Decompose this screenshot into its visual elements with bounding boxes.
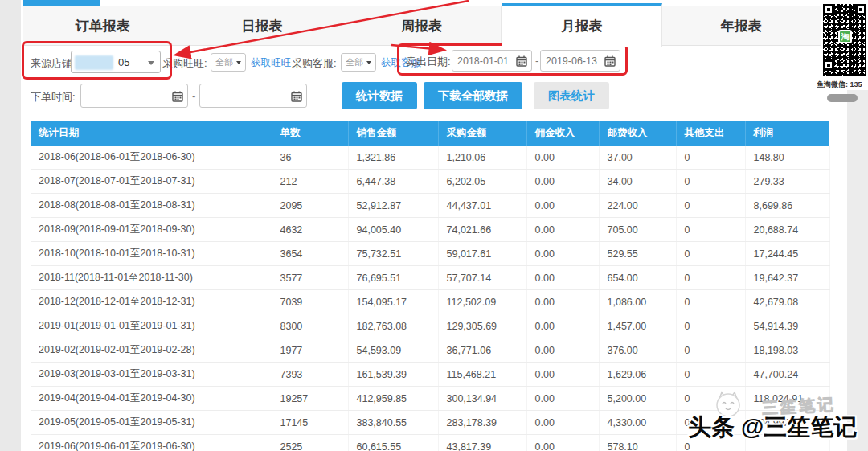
calendar-icon[interactable] <box>172 91 183 102</box>
table-cell: 0 <box>676 290 745 314</box>
qr-finder-icon <box>855 4 866 15</box>
table-row[interactable]: 2018-10(2018-10-01至2018-10-31)365475,732… <box>31 242 829 266</box>
table-cell: 115,468.21 <box>438 363 526 387</box>
order-time-from-field[interactable] <box>80 84 188 108</box>
purchase-service-label: 采购客服: <box>292 56 337 71</box>
monthly-report-table: 统计日期单数销售金额采购金额佣金收入邮费收入其他支出利润 2018-06(201… <box>31 121 830 451</box>
table-cell: 7039 <box>272 290 348 314</box>
table-cell: 2018-12(2018-12-01至2018-12-31) <box>31 290 272 314</box>
table-cell: 0.00 <box>526 435 599 451</box>
table-cell: 654.00 <box>599 266 676 290</box>
table-cell: 212 <box>272 170 348 194</box>
order-time-from-input[interactable] <box>86 84 170 107</box>
tab-order-report[interactable]: 订单报表 <box>23 6 182 45</box>
source-shop-value: 05 <box>118 56 129 68</box>
table-cell: 17145 <box>272 411 348 435</box>
table-cell: 2018-10(2018-10-01至2018-10-31) <box>31 242 272 266</box>
table-cell: 0 <box>676 338 745 363</box>
tab-monthly-report[interactable]: 月报表 <box>502 3 661 47</box>
calendar-icon[interactable] <box>516 55 527 67</box>
table-row[interactable]: 2018-07(2018-07-01至2018-07-31)2126,447.3… <box>31 170 829 194</box>
chevron-down-icon <box>148 61 154 65</box>
table-cell: 283,178.39 <box>438 411 526 435</box>
table-cell: 4632 <box>272 218 348 242</box>
table-row[interactable]: 2019-02(2019-02-01至2019-02-28)197754,593… <box>31 338 829 363</box>
table-cell: 0.00 <box>526 242 599 266</box>
table-cell: 2018-07(2018-07-01至2018-07-31) <box>31 170 272 194</box>
table-row[interactable]: 2018-11(2018-11-01至2018-11-30)357776,695… <box>31 266 829 290</box>
qr-center-logo: 淘 <box>838 30 852 43</box>
sell-date-to-field[interactable] <box>540 50 620 72</box>
chart-stats-button[interactable]: 图表统计 <box>534 82 609 109</box>
table-cell: 94,005.40 <box>348 218 438 242</box>
column-header: 单数 <box>272 121 348 146</box>
tab-daily-report[interactable]: 日报表 <box>182 6 342 45</box>
table-cell: 0 <box>676 242 745 266</box>
purchase-wangwang-value: 全部 <box>215 56 233 68</box>
qr-finder-icon <box>823 59 834 71</box>
table-cell: 0.00 <box>526 170 599 194</box>
table-cell: 0.00 <box>526 146 599 170</box>
source-shop-select[interactable]: 05 <box>71 51 161 73</box>
table-cell: 1,086.00 <box>599 290 676 314</box>
table-cell: 54,593.09 <box>348 338 438 363</box>
column-header: 销售金额 <box>348 121 438 146</box>
qr-code: 淘 <box>821 2 868 77</box>
table-cell: 2019-04(2019-04-01至2019-04-30) <box>31 387 272 411</box>
purchase-service-select[interactable]: 全部 <box>341 53 376 72</box>
table-row[interactable]: 2019-03(2019-03-01至2019-03-31)7393161,53… <box>31 363 829 387</box>
tab-yearly-report[interactable]: 年报表 <box>662 6 821 45</box>
order-time-to-input[interactable] <box>205 84 289 107</box>
table-cell: 1,629.06 <box>599 363 676 387</box>
table-cell: 383,840.55 <box>348 411 438 435</box>
calendar-icon[interactable] <box>604 55 616 67</box>
horizontal-scrollbar-thumb[interactable] <box>827 94 858 102</box>
tab-weekly-report[interactable]: 周报表 <box>342 6 502 45</box>
column-header: 其他支出 <box>676 121 745 146</box>
column-header: 统计日期 <box>31 121 272 146</box>
table-cell: 44,437.01 <box>438 194 526 218</box>
purchase-wangwang-label: 采购旺旺: <box>162 56 207 71</box>
table-cell: 20,688.74 <box>745 218 829 242</box>
table-cell: 6,447.38 <box>348 170 438 194</box>
table-cell: 129,305.69 <box>438 314 526 338</box>
table-row[interactable]: 2019-04(2019-04-01至2019-04-30)19257412,9… <box>31 387 829 411</box>
calendar-icon[interactable] <box>291 91 302 102</box>
table-cell: 182,763.08 <box>348 314 438 338</box>
table-row[interactable]: 2018-12(2018-12-01至2018-12-31)7039154,09… <box>31 290 829 314</box>
table-row[interactable]: 2019-01(2019-01-01至2019-01-31)8300182,76… <box>31 314 829 338</box>
table-cell: 60,615.55 <box>348 435 438 451</box>
sell-date-from-field[interactable] <box>452 50 532 72</box>
sell-date-to-input[interactable] <box>546 51 604 71</box>
order-time-to-field[interactable] <box>199 84 307 108</box>
table-row[interactable]: 2018-06(2018-06-01至2018-06-30)361,321.86… <box>31 146 829 170</box>
table-cell: 2019-06(2019-06-01至2019-06-30) <box>31 435 272 451</box>
shop-name-redacted <box>75 55 113 70</box>
download-all-data-button[interactable]: 下载全部数据 <box>424 82 522 109</box>
table-cell: 0 <box>676 218 745 242</box>
table-cell: 279.33 <box>745 170 829 194</box>
table-cell: 0.00 <box>526 387 599 411</box>
stats-data-button[interactable]: 统计数据 <box>342 82 417 109</box>
report-tabbar: 订单报表 日报表 周报表 月报表 年报表 <box>23 6 821 46</box>
table-cell: 59,017.61 <box>438 242 526 266</box>
table-cell: 578.10 <box>599 435 676 451</box>
column-header: 采购金额 <box>438 121 526 146</box>
sell-date-label: 卖出日期: <box>406 55 451 69</box>
purchase-wangwang-select[interactable]: 全部 <box>211 53 246 72</box>
table-row[interactable]: 2018-09(2018-09-01至2018-09-30)463294,005… <box>31 218 829 242</box>
get-wangwang-link[interactable]: 获取旺旺 <box>251 56 291 70</box>
table-cell: 57,707.14 <box>438 266 526 290</box>
table-cell: 36,771.06 <box>438 338 526 363</box>
table-row[interactable]: 2018-08(2018-08-01至2018-08-31)209552,912… <box>31 194 829 218</box>
left-gutter <box>0 0 21 451</box>
date-range-dash: - <box>535 55 538 67</box>
sell-date-from-input[interactable] <box>457 51 515 71</box>
purchase-service-value: 全部 <box>346 56 363 68</box>
table-cell: 54,914.39 <box>745 314 829 338</box>
table-cell: 36 <box>272 146 348 170</box>
table-cell: 1,210.06 <box>438 146 526 170</box>
source-shop-label: 来源店铺: <box>31 56 76 71</box>
table-cell: 2019-02(2019-02-01至2019-02-28) <box>31 338 272 363</box>
table-cell: 2019-05(2019-05-01至2019-05-31) <box>31 411 272 435</box>
